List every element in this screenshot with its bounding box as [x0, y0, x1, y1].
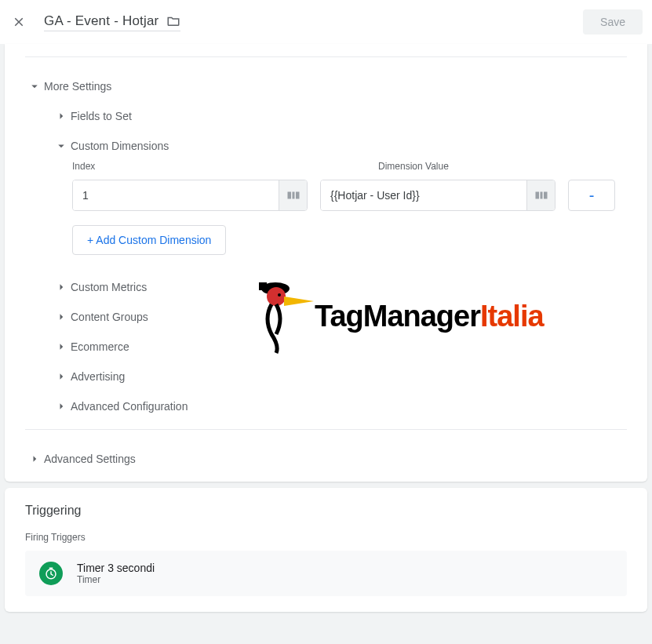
custom-dimensions-block: Index Dimension Value - + Add Custom Dim…	[5, 161, 647, 255]
dimension-row: -	[72, 180, 627, 211]
divider	[25, 56, 627, 57]
index-input-group	[72, 180, 308, 211]
trigger-name: Timer 3 secondi	[77, 562, 155, 574]
index-input[interactable]	[73, 180, 279, 210]
ecommerce-toggle[interactable]: Ecommerce	[5, 332, 647, 362]
trigger-type: Timer	[77, 574, 155, 585]
value-input-group	[320, 180, 555, 211]
more-settings-toggle[interactable]: More Settings	[5, 71, 647, 101]
chevron-right-icon	[25, 452, 44, 466]
triggering-heading: Triggering	[25, 504, 627, 518]
chevron-right-icon	[52, 109, 71, 123]
variable-picker-icon[interactable]	[279, 180, 307, 210]
topbar: GA - Event - Hotjar Save	[0, 0, 652, 44]
chevron-right-icon	[52, 399, 71, 413]
label: Fields to Set	[71, 110, 132, 122]
svg-rect-3	[535, 192, 539, 199]
content-groups-toggle[interactable]: Content Groups	[5, 302, 647, 332]
label: Content Groups	[71, 311, 148, 323]
tag-title: GA - Event - Hotjar	[44, 13, 158, 29]
triggering-card[interactable]: Triggering Firing Triggers Timer 3 secon…	[5, 488, 647, 612]
index-header: Index	[72, 161, 300, 172]
svg-rect-1	[292, 192, 294, 199]
svg-rect-5	[544, 192, 548, 199]
variable-picker-icon[interactable]	[526, 180, 555, 210]
trigger-row[interactable]: Timer 3 secondi Timer	[25, 551, 627, 596]
advanced-settings-toggle[interactable]: Advanced Settings	[5, 444, 647, 474]
svg-rect-0	[287, 192, 291, 199]
chevron-right-icon	[52, 280, 71, 294]
label: Advanced Settings	[44, 453, 136, 465]
custom-metrics-toggle[interactable]: Custom Metrics	[5, 272, 647, 302]
folder-icon	[166, 14, 180, 28]
label: Ecommerce	[71, 340, 129, 353]
custom-dimensions-toggle[interactable]: Custom Dimensions	[5, 131, 647, 161]
label: Advanced Configuration	[71, 400, 188, 413]
chevron-down-icon	[25, 79, 44, 93]
value-input[interactable]	[321, 180, 526, 210]
tag-config-card: More Settings Fields to Set Custom Dimen…	[5, 44, 647, 482]
advertising-toggle[interactable]: Advertising	[5, 362, 647, 391]
label: Custom Metrics	[71, 281, 147, 293]
chevron-right-icon	[52, 340, 71, 354]
chevron-right-icon	[52, 310, 71, 324]
label: More Settings	[44, 80, 111, 93]
close-icon[interactable]	[9, 13, 28, 31]
advanced-config-toggle[interactable]: Advanced Configuration	[5, 391, 647, 421]
value-header: Dimension Value	[378, 161, 449, 172]
fields-to-set-toggle[interactable]: Fields to Set	[5, 101, 647, 131]
add-custom-dimension-button[interactable]: + Add Custom Dimension	[72, 225, 226, 255]
save-button[interactable]: Save	[583, 9, 643, 35]
remove-row-button[interactable]: -	[568, 180, 615, 211]
svg-rect-2	[296, 192, 300, 199]
tag-name-field[interactable]: GA - Event - Hotjar	[44, 13, 180, 31]
timer-icon	[39, 562, 63, 585]
label: Custom Dimensions	[71, 140, 169, 152]
label: Advertising	[71, 370, 125, 383]
chevron-right-icon	[52, 369, 71, 384]
divider	[25, 429, 627, 430]
chevron-down-icon	[52, 139, 71, 153]
svg-rect-4	[540, 192, 542, 199]
firing-triggers-label: Firing Triggers	[25, 532, 627, 543]
